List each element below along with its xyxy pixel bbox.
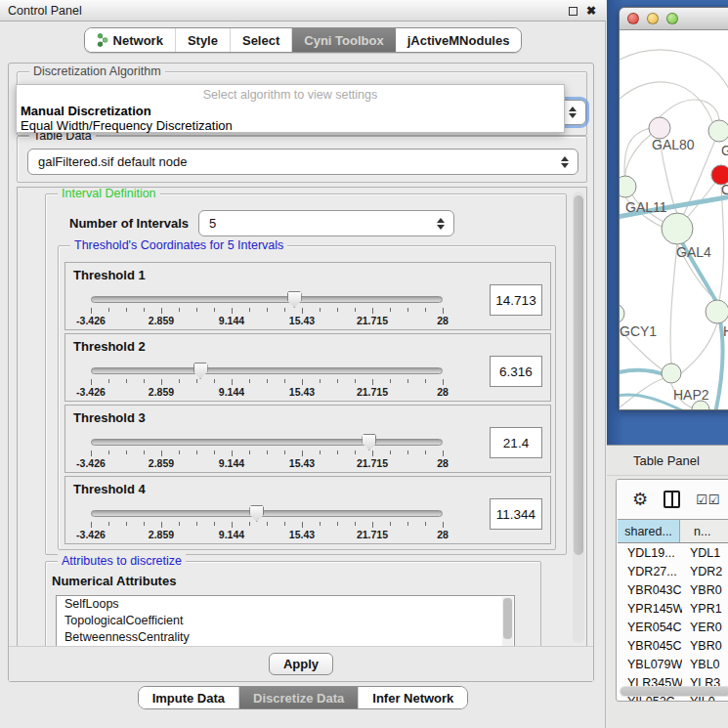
slider-track[interactable] <box>91 367 443 374</box>
slider-tick <box>91 450 92 456</box>
tab-style[interactable]: Style <box>176 28 231 52</box>
slider-tick <box>390 450 391 454</box>
slider-tick <box>214 308 215 312</box>
threshold-slider[interactable]: -3.4262.8599.14415.4321.71528 <box>91 364 443 397</box>
slider-tick <box>196 308 197 312</box>
close-traffic-light-icon[interactable] <box>627 13 639 24</box>
threshold-slider[interactable]: -3.4262.8599.14415.4321.71528 <box>91 435 443 468</box>
network-node[interactable] <box>662 213 693 244</box>
slider-thumb[interactable] <box>193 363 208 379</box>
slider-tick-label: 9.144 <box>219 386 244 398</box>
slider-track[interactable] <box>91 439 443 446</box>
network-node[interactable] <box>620 304 624 323</box>
attribute-list-item[interactable]: SelfLoops <box>57 596 514 613</box>
top-tab-bar: Network Style Select Cyni Toolbox jActiv… <box>0 27 606 53</box>
control-panel-titlebar: Control Panel ✖ <box>0 0 606 21</box>
network-node-label: GA <box>721 143 728 158</box>
network-node-label: H <box>723 323 728 339</box>
settings-vertical-scrollbar[interactable] <box>573 192 584 643</box>
network-canvas[interactable]: GAL80GACGAL11GAL4GCY1HHAP2 <box>620 30 728 410</box>
threshold-value-field[interactable]: 21.4 <box>490 427 542 458</box>
slider-tick-label: 15.43 <box>289 386 315 398</box>
attr-list-scrollbar[interactable] <box>502 597 513 648</box>
slider-track[interactable] <box>91 510 443 517</box>
table-row[interactable]: YPR145WYPR1 <box>618 599 728 618</box>
slider-tick <box>355 522 356 526</box>
slider-tick <box>372 522 373 528</box>
slider-tick-label: 2.859 <box>149 457 174 469</box>
network-graph: GAL80GACGAL11GAL4GCY1HHAP2 <box>620 30 728 410</box>
threshold-box: Threshold 4 -3.4262.8599.14415.4321.7152… <box>64 476 551 544</box>
slider-thumb[interactable] <box>362 434 376 450</box>
gear-icon[interactable]: ⚙ <box>632 491 648 508</box>
slider-tick <box>284 450 285 454</box>
slider-thumb[interactable] <box>249 505 264 522</box>
network-node[interactable] <box>706 300 728 323</box>
network-node[interactable] <box>649 117 670 139</box>
slider-tick <box>144 522 145 526</box>
threshold-value-field[interactable]: 14.713 <box>490 284 542 316</box>
threshold-value-field[interactable]: 11.344 <box>490 498 542 530</box>
tab-infer-network[interactable]: Infer Network <box>359 687 467 708</box>
threshold-value-field[interactable]: 6.316 <box>490 356 542 387</box>
slider-tick <box>214 450 215 454</box>
slider-tick-label: 21.715 <box>357 315 388 326</box>
slider-tick <box>302 308 303 314</box>
minimize-traffic-light-icon[interactable] <box>647 13 659 24</box>
table-toolbar: ⚙ ☑☑ <box>617 480 728 519</box>
slider-tick-label: 21.715 <box>357 386 388 398</box>
table-row[interactable]: YBR045CYBR0 <box>618 636 728 655</box>
tab-network[interactable]: Network <box>85 28 176 52</box>
network-node[interactable] <box>708 120 728 142</box>
network-view-window[interactable]: GAL80GACGAL11GAL4GCY1HHAP2 <box>619 7 728 410</box>
tab-cyni-toolbox[interactable]: Cyni Toolbox <box>292 28 395 52</box>
table-data-combobox[interactable]: galFiltered.sif default node <box>27 149 578 175</box>
table-row[interactable]: YDR27...YDR2 <box>618 562 728 580</box>
slider-tick <box>284 308 285 312</box>
table-row[interactable]: YBL079WYBL0 <box>618 655 728 673</box>
tab-discretize-data[interactable]: Discretize Data <box>239 687 359 708</box>
zoom-traffic-light-icon[interactable] <box>666 13 678 24</box>
table-row[interactable]: YBR043CYBR0 <box>618 580 728 599</box>
slider-track[interactable] <box>91 296 443 303</box>
slider-tick <box>196 450 197 454</box>
column-checkbox-icons[interactable]: ☑☑ <box>696 492 720 507</box>
tab-select[interactable]: Select <box>231 28 292 52</box>
column-header-name[interactable]: n... <box>680 520 728 542</box>
slider-tick <box>179 450 180 454</box>
table-row[interactable]: YDL19...YDL1 <box>618 543 728 562</box>
thresholds-group: Threshold's Coordinates for 5 Intervals … <box>58 245 556 550</box>
float-window-icon[interactable] <box>569 7 578 16</box>
slider-tick <box>302 379 303 385</box>
table-horizontal-scrollbar[interactable] <box>620 686 728 697</box>
threshold-slider[interactable]: -3.4262.8599.14415.4321.71528 <box>91 292 443 325</box>
panel-title: Control Panel <box>8 4 82 18</box>
network-node-label: GAL4 <box>676 244 711 260</box>
algorithm-option-equal-width[interactable]: Equal Width/Frequency Discretization <box>21 118 233 133</box>
network-node[interactable] <box>662 364 681 383</box>
bottom-tab-bar: Impute Data Discretize Data Infer Networ… <box>0 686 606 709</box>
tab-impute-data[interactable]: Impute Data <box>139 687 239 708</box>
slider-tick <box>355 450 356 454</box>
column-header-shared-name[interactable]: shared... <box>618 520 680 542</box>
combo-arrows-icon <box>569 107 577 118</box>
apply-button[interactable]: Apply <box>269 653 333 675</box>
close-icon[interactable]: ✖ <box>586 5 596 17</box>
tab-jactivemnodules[interactable]: jActiveMNodules <box>396 28 522 52</box>
slider-tick <box>232 379 233 385</box>
attribute-list-item[interactable]: BetweennessCentrality <box>57 629 514 646</box>
attribute-list-item[interactable]: TopologicalCoefficient <box>57 613 514 629</box>
table-row[interactable]: YER054CYER0 <box>618 618 728 636</box>
numerical-attributes-list[interactable]: SelfLoopsTopologicalCoefficientBetweenne… <box>56 595 515 648</box>
threshold-label: Threshold 4 <box>73 482 146 496</box>
number-of-intervals-spinner[interactable]: 5 <box>198 210 454 236</box>
network-node[interactable] <box>620 176 636 197</box>
algorithm-option-manual[interactable]: Manual Discretization <box>21 104 151 118</box>
slider-tick <box>443 379 444 385</box>
threshold-slider[interactable]: -3.4262.8599.14415.4321.71528 <box>91 506 443 539</box>
algorithm-placeholder: Select algorithm to view settings <box>17 88 564 102</box>
slider-tick <box>161 450 162 456</box>
slider-thumb[interactable] <box>287 291 302 308</box>
slider-tick <box>161 308 162 314</box>
split-columns-icon[interactable] <box>664 491 680 508</box>
